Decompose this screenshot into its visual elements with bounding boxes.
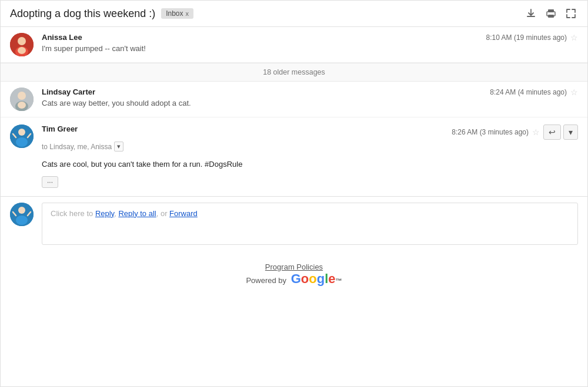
message-content: Cats are cool, but you can't take them f… xyxy=(42,159,578,170)
forward-link[interactable]: Forward xyxy=(169,209,198,218)
star-icon[interactable]: ☆ xyxy=(532,127,540,137)
recipients-text: to Lindsay, me, Anissa xyxy=(42,143,112,151)
g-letter-g: G xyxy=(291,271,301,287)
g-trademark: ™ xyxy=(336,277,342,284)
svg-point-10 xyxy=(18,92,26,100)
google-logo: Google™ xyxy=(291,271,342,287)
svg-point-19 xyxy=(18,207,25,214)
more-options-button[interactable]: ··· xyxy=(42,176,58,188)
sender-name: Lindsay Carter xyxy=(42,88,95,96)
time-text: 8:10 AM (19 minutes ago) xyxy=(486,33,567,42)
message-snippet: Cats are way better, you should adopt a … xyxy=(42,99,578,107)
message-body: Tim Greer 8:26 AM (3 minutes ago) ☆ ↩ ▾ … xyxy=(42,124,578,188)
avatar xyxy=(10,88,34,111)
message-body: Lindsay Carter 8:24 AM (4 minutes ago) ☆… xyxy=(42,88,578,107)
message-snippet: I'm super pumped -- can't wait! xyxy=(42,44,578,53)
message-meta: Anissa Lee 8:10 AM (19 minutes ago) ☆ xyxy=(42,33,578,42)
reply-all-link[interactable]: Reply to all xyxy=(118,209,156,218)
svg-point-4 xyxy=(553,13,554,14)
older-messages-label: 18 older messages xyxy=(263,68,325,76)
sender-name: Tim Greer xyxy=(42,124,78,133)
email-footer: Program Policies Powered by Google™ xyxy=(1,251,587,296)
message-time: 8:10 AM (19 minutes ago) ☆ xyxy=(486,33,578,42)
reply-button[interactable]: ↩ xyxy=(543,124,561,140)
email-header-left: Adopting a dog this weekend :) Inbox x xyxy=(10,8,193,20)
g-letter-e: e xyxy=(328,271,335,287)
recipients-line: to Lindsay, me, Anissa ▾ xyxy=(42,142,578,152)
g-letter-g2: g xyxy=(317,271,325,287)
avatar xyxy=(10,33,34,56)
message-row-expanded: Tim Greer 8:26 AM (3 minutes ago) ☆ ↩ ▾ … xyxy=(1,117,587,197)
inbox-badge[interactable]: Inbox x xyxy=(161,8,193,19)
svg-point-15 xyxy=(16,137,28,147)
svg-point-20 xyxy=(16,216,28,225)
older-messages-divider[interactable]: 18 older messages xyxy=(1,63,587,82)
svg-rect-0 xyxy=(527,16,535,17)
powered-by-text: Powered by xyxy=(246,276,288,285)
inbox-badge-label: Inbox xyxy=(166,9,183,18)
or-text: , or xyxy=(156,209,169,218)
email-container: Adopting a dog this weekend :) Inbox x xyxy=(0,0,588,387)
reply-link[interactable]: Reply xyxy=(95,209,114,218)
message-row: Lindsay Carter 8:24 AM (4 minutes ago) ☆… xyxy=(1,82,587,117)
message-time: 8:24 AM (4 minutes ago) ☆ xyxy=(490,88,578,97)
avatar xyxy=(10,124,34,148)
time-text: 8:26 AM (3 minutes ago) xyxy=(452,128,529,136)
email-subject: Adopting a dog this weekend :) xyxy=(10,8,155,20)
program-policies-link[interactable]: Program Policies xyxy=(265,263,323,271)
g-letter-o2: o xyxy=(309,271,316,287)
svg-point-8 xyxy=(18,47,26,54)
header-icons xyxy=(524,6,578,21)
more-actions-button[interactable]: ▾ xyxy=(563,124,578,140)
powered-by-line: Powered by Google™ xyxy=(1,271,587,287)
star-icon[interactable]: ☆ xyxy=(570,33,578,42)
message-meta: Lindsay Carter 8:24 AM (4 minutes ago) ☆ xyxy=(42,88,578,97)
email-header: Adopting a dog this weekend :) Inbox x xyxy=(1,1,587,27)
sender-name: Anissa Lee xyxy=(42,33,82,42)
message-row: Anissa Lee 8:10 AM (19 minutes ago) ☆ I'… xyxy=(1,27,587,63)
message-actions: ↩ ▾ xyxy=(543,124,578,140)
star-icon[interactable]: ☆ xyxy=(570,88,578,97)
download-button[interactable] xyxy=(524,6,538,21)
expand-button[interactable] xyxy=(564,6,578,21)
inbox-badge-close[interactable]: x xyxy=(186,10,189,17)
message-time: 8:26 AM (3 minutes ago) ☆ ↩ ▾ xyxy=(452,124,578,140)
policies-line: Program Policies xyxy=(1,263,587,271)
message-body: Anissa Lee 8:10 AM (19 minutes ago) ☆ I'… xyxy=(42,33,578,53)
svg-rect-3 xyxy=(548,15,554,18)
recipients-dropdown[interactable]: ▾ xyxy=(114,142,123,152)
reply-row: Click here to Reply, Reply to all, or Fo… xyxy=(1,197,587,251)
svg-point-12 xyxy=(18,102,26,109)
print-button[interactable] xyxy=(544,6,558,21)
g-letter-o1: o xyxy=(301,271,309,287)
reply-box[interactable]: Click here to Reply, Reply to all, or Fo… xyxy=(42,203,578,245)
svg-point-6 xyxy=(18,37,26,45)
reply-avatar xyxy=(10,203,34,226)
reply-prompt: Click here to xyxy=(51,209,95,218)
message-meta: Tim Greer 8:26 AM (3 minutes ago) ☆ ↩ ▾ xyxy=(42,124,578,140)
time-text: 8:24 AM (4 minutes ago) xyxy=(490,88,567,96)
message-list: Anissa Lee 8:10 AM (19 minutes ago) ☆ I'… xyxy=(1,27,587,251)
svg-point-14 xyxy=(18,129,25,136)
ellipsis-icon: ··· xyxy=(47,178,53,186)
